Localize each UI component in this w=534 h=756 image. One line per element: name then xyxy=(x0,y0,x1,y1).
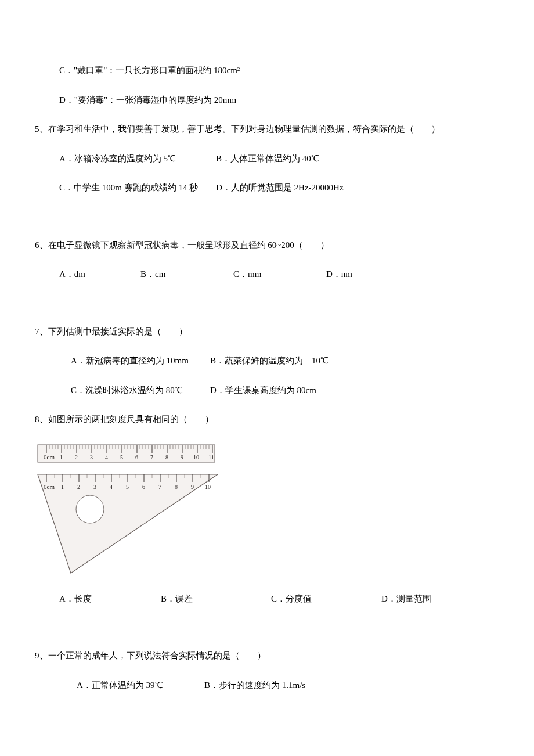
option-text: D．"要消毒"：一张消毒湿巾的厚度约为 20mm xyxy=(59,95,236,105)
q7-options-row2: C．洗澡时淋浴水温约为 80℃ D．学生课桌高度约为 80cm xyxy=(35,384,499,397)
option-text: C．"戴口罩"：一只长方形口罩的面积约 180cm² xyxy=(59,66,240,75)
q8-option-d: D．测量范围 xyxy=(381,592,431,606)
svg-text:10: 10 xyxy=(205,484,211,490)
svg-text:2: 2 xyxy=(77,484,80,490)
q6-option-d: D．nm xyxy=(326,268,352,281)
stem-text: 7、下列估测中最接近实际的是（ ） xyxy=(35,327,187,336)
q7-stem: 7、下列估测中最接近实际的是（ ） xyxy=(35,325,499,339)
q5-option-a: A．冰箱冷冻室的温度约为 5℃ xyxy=(59,152,216,165)
stem-text: 5、在学习和生活中，我们要善于发现，善于思考。下列对身边物理量估测的数据，符合实… xyxy=(35,124,440,134)
q6-option-a: A．dm xyxy=(59,268,140,281)
svg-text:11: 11 xyxy=(208,454,214,460)
stem-text: 6、在电子显微镜下观察新型冠状病毒，一般呈球形及直径约 60~200（ ） xyxy=(35,240,329,250)
svg-text:4: 4 xyxy=(110,484,113,490)
q8-option-a: A．长度 xyxy=(59,592,161,606)
q7-option-c: C．洗澡时淋浴水温约为 80℃ xyxy=(71,384,210,397)
svg-text:4: 4 xyxy=(105,454,108,460)
svg-text:6: 6 xyxy=(142,484,145,490)
svg-text:1: 1 xyxy=(61,484,64,490)
ruler-figure: 0cm 1 2 3 4 5 6 7 8 9 10 11 xyxy=(35,442,499,576)
q5-options-row2: C．中学生 100m 赛跑的成绩约 14 秒 D．人的听觉范围是 2Hz-200… xyxy=(35,181,499,195)
svg-text:5: 5 xyxy=(120,454,123,460)
q8-options: A．长度 B．误差 C．分度值 D．测量范围 xyxy=(35,592,499,606)
stem-text: 9、一个正常的成年人，下列说法符合实际情况的是（ ） xyxy=(35,651,266,660)
svg-text:10: 10 xyxy=(193,454,199,460)
q5-option-c: C．中学生 100m 赛跑的成绩约 14 秒 xyxy=(59,181,216,195)
ruler-top-unit: 0cm xyxy=(44,453,55,460)
svg-text:6: 6 xyxy=(135,454,138,460)
svg-text:9: 9 xyxy=(191,484,194,490)
ruler-svg: 0cm 1 2 3 4 5 6 7 8 9 10 11 xyxy=(35,442,221,576)
q6-options: A．dm B．cm C．mm D．nm xyxy=(35,268,499,281)
q5-option-b: B．人体正常体温约为 40℃ xyxy=(216,152,319,165)
q7-option-a: A．新冠病毒的直径约为 10mm xyxy=(71,354,210,368)
svg-text:8: 8 xyxy=(165,454,168,460)
q9-option-a: A．正常体温约为 39℃ xyxy=(77,679,204,692)
q5-stem: 5、在学习和生活中，我们要善于发现，善于思考。下列对身边物理量估测的数据，符合实… xyxy=(35,123,499,136)
svg-text:3: 3 xyxy=(90,454,93,460)
q5-option-d: D．人的听觉范围是 2Hz-20000Hz xyxy=(216,181,344,195)
svg-point-68 xyxy=(76,495,104,523)
q4-option-d: D．"要消毒"：一张消毒湿巾的厚度约为 20mm xyxy=(35,93,499,107)
q4-option-c: C．"戴口罩"：一只长方形口罩的面积约 180cm² xyxy=(35,64,499,77)
svg-text:8: 8 xyxy=(175,484,178,490)
q6-stem: 6、在电子显微镜下观察新型冠状病毒，一般呈球形及直径约 60~200（ ） xyxy=(35,239,499,252)
q7-option-b: B．蔬菜保鲜的温度约为﹣10℃ xyxy=(210,354,329,368)
svg-text:5: 5 xyxy=(126,484,129,490)
ruler-bottom-unit: 0cm xyxy=(44,483,55,490)
svg-text:7: 7 xyxy=(150,454,153,460)
q6-option-b: B．cm xyxy=(140,268,233,281)
q7-options-row1: A．新冠病毒的直径约为 10mm B．蔬菜保鲜的温度约为﹣10℃ xyxy=(35,354,499,368)
q8-option-b: B．误差 xyxy=(161,592,271,606)
q5-options-row1: A．冰箱冷冻室的温度约为 5℃ B．人体正常体温约为 40℃ xyxy=(35,152,499,165)
top-ruler: 0cm 1 2 3 4 5 6 7 8 9 10 11 xyxy=(38,445,215,462)
svg-text:7: 7 xyxy=(158,484,161,490)
q9-option-b: B．步行的速度约为 1.1m/s xyxy=(204,679,305,692)
stem-text: 8、如图所示的两把刻度尺具有相同的（ ） xyxy=(35,415,214,424)
q7-option-d: D．学生课桌高度约为 80cm xyxy=(210,384,316,397)
q8-option-c: C．分度值 xyxy=(271,592,381,606)
q6-option-c: C．mm xyxy=(233,268,326,281)
triangle-ruler: 0cm 1 2 3 4 5 6 7 8 9 10 xyxy=(38,474,218,573)
q8-stem: 8、如图所示的两把刻度尺具有相同的（ ） xyxy=(35,413,499,426)
svg-text:3: 3 xyxy=(93,484,96,490)
q9-options-row1: A．正常体温约为 39℃ B．步行的速度约为 1.1m/s xyxy=(35,679,499,692)
q9-stem: 9、一个正常的成年人，下列说法符合实际情况的是（ ） xyxy=(35,649,499,663)
svg-text:2: 2 xyxy=(75,454,78,460)
svg-text:9: 9 xyxy=(181,454,183,460)
svg-text:1: 1 xyxy=(60,454,63,460)
